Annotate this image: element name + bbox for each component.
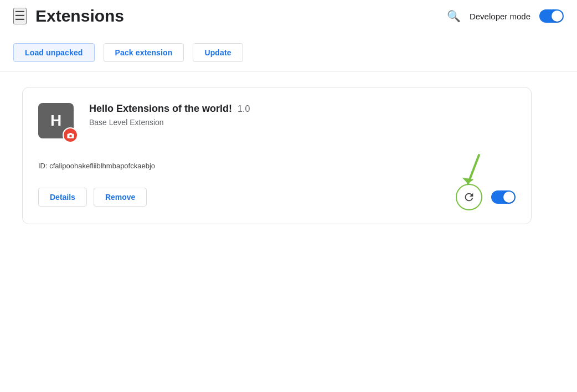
load-unpacked-button[interactable]: Load unpacked — [13, 43, 95, 62]
card-right — [456, 184, 516, 210]
developer-mode-toggle[interactable] — [539, 9, 564, 23]
developer-mode-label: Developer mode — [470, 12, 530, 21]
page-title: Extensions — [35, 7, 124, 25]
extension-icon-wrapper: H — [38, 103, 78, 143]
svg-point-1 — [69, 135, 72, 137]
remove-button[interactable]: Remove — [94, 188, 147, 207]
card-bottom: Details Remove — [38, 184, 516, 210]
svg-rect-2 — [69, 133, 72, 134]
pack-extension-button[interactable]: Pack extension — [104, 43, 184, 62]
menu-icon[interactable]: ☰ — [13, 8, 27, 24]
header: ☰ Extensions 🔍 Developer mode — [0, 0, 577, 32]
extension-icon-badge — [63, 127, 78, 143]
refresh-wrapper — [456, 184, 482, 210]
header-right: 🔍 Developer mode — [447, 9, 564, 23]
extension-info: Hello Extensions of the world! 1.0 Base … — [89, 103, 516, 127]
card-top: H Hello Extensions of the world! 1.0 Bas… — [38, 103, 516, 143]
arrow-annotation — [444, 151, 488, 195]
main-content: H Hello Extensions of the world! 1.0 Bas… — [0, 71, 577, 240]
card-actions: Details Remove — [38, 188, 147, 207]
extension-toggle-thumb — [503, 192, 514, 203]
extension-version: 1.0 — [238, 104, 250, 114]
camera-icon — [66, 131, 75, 140]
search-icon[interactable]: 🔍 — [447, 9, 461, 23]
svg-marker-4 — [462, 178, 474, 184]
extension-title-row: Hello Extensions of the world! 1.0 — [89, 103, 516, 115]
extension-enable-toggle[interactable] — [491, 190, 516, 204]
extension-name: Hello Extensions of the world! — [89, 103, 232, 115]
update-button[interactable]: Update — [193, 43, 243, 62]
header-left: ☰ Extensions — [13, 7, 124, 25]
extension-id: ID: cfalipoohakefliiblhmbapofckaebjo — [38, 162, 155, 170]
extension-card: H Hello Extensions of the world! 1.0 Bas… — [22, 87, 532, 224]
toolbar: Load unpacked Pack extension Update — [0, 32, 577, 71]
details-button[interactable]: Details — [38, 188, 87, 207]
extension-description: Base Level Extension — [89, 118, 516, 127]
